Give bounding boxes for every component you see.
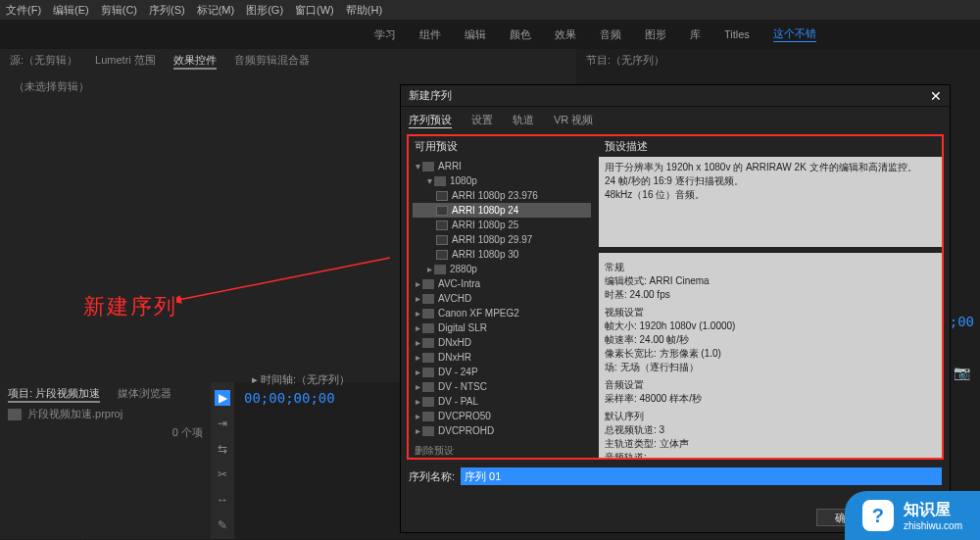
source-tab[interactable]: 音频剪辑混合器 (234, 53, 310, 70)
tree-label: Canon XF MPEG2 (438, 308, 519, 319)
tree-row[interactable]: ARRI 1080p 23.976 (413, 188, 591, 203)
tree-row[interactable]: ▾ARRI (413, 159, 591, 173)
selection-tool-icon[interactable]: ▶ (215, 390, 230, 406)
menu-item[interactable]: 剪辑(C) (101, 3, 137, 18)
chevron-icon[interactable]: ▸ (424, 264, 434, 274)
razor-tool-icon[interactable]: ✂ (215, 466, 230, 482)
program-title: 节目:（无序列） (586, 54, 664, 66)
camera-icon[interactable]: 📷 (954, 365, 970, 380)
chevron-icon[interactable]: ▸ (413, 396, 422, 407)
tree-row[interactable]: ▾1080p (413, 173, 591, 188)
tree-row[interactable]: ARRI 1080p 30 (413, 247, 591, 262)
chevron-icon[interactable]: ▸ (413, 337, 422, 348)
menu-item[interactable]: 图形(G) (246, 3, 283, 18)
tree-label: Digital SLR (438, 322, 487, 333)
source-tab[interactable]: Lumetri 范围 (95, 53, 156, 70)
chevron-icon[interactable]: ▸ (413, 308, 422, 319)
workspace-tab[interactable]: 效果 (555, 27, 576, 42)
tree-row[interactable]: ▸DV - NTSC (413, 379, 591, 394)
tree-row[interactable]: ▸Digital SLR (413, 320, 591, 335)
tree-row[interactable]: ▸AVC-Intra (413, 276, 591, 291)
svg-line-0 (178, 258, 390, 300)
watermark-icon: ? (862, 500, 894, 531)
dialog-tab[interactable]: 轨道 (513, 113, 534, 128)
preset-tree[interactable]: ▾ARRI▾1080pARRI 1080p 23.976ARRI 1080p 2… (409, 157, 595, 440)
chevron-icon[interactable]: ▾ (413, 161, 422, 172)
tree-label: DNxHD (438, 337, 471, 348)
chevron-icon[interactable]: ▸ (413, 322, 422, 333)
tree-label: ARRI (438, 161, 462, 172)
tree-row[interactable]: ▸2880p (413, 262, 591, 276)
project-tab[interactable]: 项目: 片段视频加速 (8, 386, 100, 403)
tree-row[interactable]: ▸DV - PAL (413, 394, 591, 409)
source-tab[interactable]: 源:（无剪辑） (10, 53, 77, 70)
chevron-icon[interactable]: ▸ (413, 381, 422, 392)
folder-icon (434, 265, 446, 274)
tree-row[interactable]: ▸DNxHR (413, 350, 591, 365)
menu-item[interactable]: 序列(S) (149, 3, 185, 18)
project-tabs: 项目: 片段视频加速媒体浏览器 (8, 386, 203, 403)
timeline-label: 时间轴:（无序列） (261, 373, 350, 385)
menu-item[interactable]: 标记(M) (197, 3, 235, 18)
close-icon[interactable]: ✕ (930, 88, 942, 104)
delete-preset-button[interactable]: 删除预设 (415, 444, 589, 458)
chevron-icon[interactable]: ▾ (424, 175, 434, 186)
workspace-tab[interactable]: 组件 (419, 27, 441, 42)
tree-label: ARRI 1080p 29.97 (452, 234, 532, 245)
seq-name-input[interactable] (461, 467, 942, 485)
menu-item[interactable]: 帮助(H) (346, 3, 382, 18)
tree-row[interactable]: ▸DVCPROHD (413, 423, 591, 438)
watermark-brand: 知识屋 (904, 500, 962, 520)
tree-row[interactable]: ▸DVCPRO50 (413, 409, 591, 423)
folder-icon (422, 412, 434, 421)
workspace-tab[interactable]: Titles (724, 28, 750, 40)
pen-tool-icon[interactable]: ✎ (215, 517, 230, 533)
slip-tool-icon[interactable]: ↔ (215, 492, 230, 508)
chevron-icon[interactable]: ▸ (413, 352, 422, 363)
ripple-tool-icon[interactable]: ⇆ (215, 441, 230, 457)
chevron-icon[interactable]: ▸ (413, 411, 422, 421)
tree-label: DVCPRO50 (438, 411, 491, 421)
workspace-tab[interactable]: 编辑 (465, 27, 486, 42)
folder-icon (422, 426, 434, 436)
tree-label: DV - PAL (438, 396, 478, 407)
chevron-icon[interactable]: ▸ (413, 278, 422, 289)
menu-item[interactable]: 编辑(E) (53, 3, 89, 18)
dialog-tab[interactable]: 序列预设 (409, 113, 452, 128)
tree-row[interactable]: ▸DNxHD (413, 335, 591, 350)
dialog-tab[interactable]: 设置 (471, 113, 493, 128)
menu-item[interactable]: 窗口(W) (295, 3, 334, 18)
project-tab[interactable]: 媒体浏览器 (118, 386, 172, 403)
workspace-tab[interactable]: 学习 (374, 27, 396, 42)
tree-row[interactable]: ▸HDV (413, 438, 591, 440)
tree-label: AVCHD (438, 293, 471, 304)
tree-row[interactable]: ▸AVCHD (413, 291, 591, 306)
track-select-tool-icon[interactable]: ⇥ (215, 416, 230, 431)
chevron-icon[interactable]: ▸ (413, 425, 422, 436)
menu-item[interactable]: 文件(F) (6, 3, 41, 18)
workspace-tab[interactable]: 音频 (600, 27, 621, 42)
source-tab[interactable]: 效果控件 (173, 53, 217, 70)
tree-label: ARRI 1080p 24 (452, 205, 518, 216)
chevron-icon[interactable]: ▸ (413, 367, 422, 377)
workspace-tab[interactable]: 颜色 (510, 27, 531, 42)
workspace-tab[interactable]: 库 (690, 27, 701, 42)
tree-label: ARRI 1080p 30 (452, 249, 518, 260)
file-icon (436, 191, 448, 201)
workspace-tab[interactable]: 图形 (645, 27, 666, 42)
tree-row[interactable]: ARRI 1080p 24 (413, 203, 591, 218)
dialog-tab[interactable]: VR 视频 (554, 113, 593, 128)
project-item[interactable]: 片段视频加速.prproj (8, 407, 203, 421)
source-tabs: 源:（无剪辑）Lumetri 范围效果控件音频剪辑混合器 (0, 49, 576, 74)
tree-row[interactable]: ARRI 1080p 29.97 (413, 232, 591, 247)
folder-icon (422, 323, 434, 333)
tree-row[interactable]: ARRI 1080p 25 (413, 218, 591, 232)
project-count: 0 个项 (8, 425, 203, 440)
tree-row[interactable]: ▸DV - 24P (413, 365, 591, 379)
tree-label: DNxHR (438, 352, 471, 363)
chevron-icon[interactable]: ▸ (413, 293, 422, 304)
folder-icon (422, 368, 434, 377)
file-icon (436, 250, 448, 260)
workspace-tab[interactable]: 这个不错 (773, 26, 816, 42)
tree-row[interactable]: ▸Canon XF MPEG2 (413, 306, 591, 320)
